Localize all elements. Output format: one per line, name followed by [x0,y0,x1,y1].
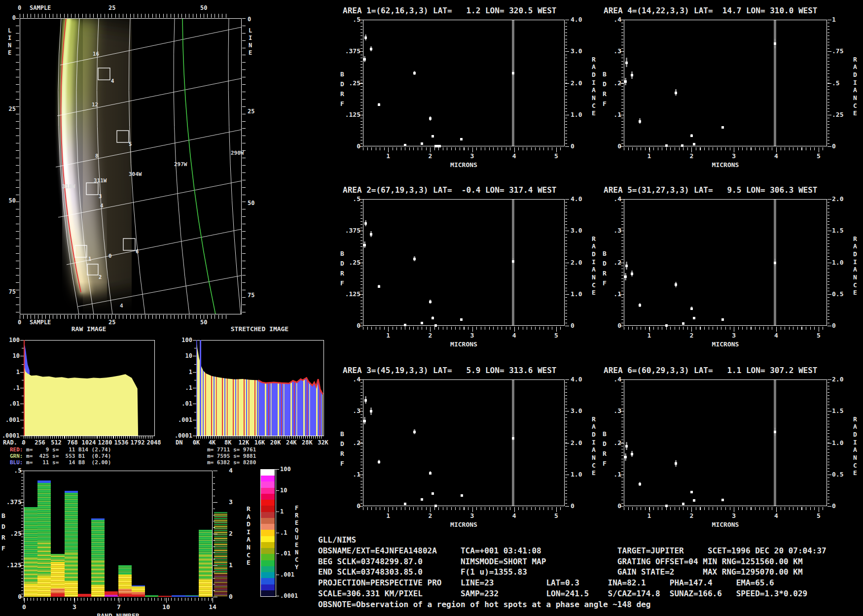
colorbar-tick [276,490,279,491]
x-tick-label: 2048 [145,440,163,446]
radiance-axis-label-letter: R [592,416,596,423]
x-tick-label: 1 [646,332,653,339]
y-major-tick [193,404,196,404]
map-area-number: 4 [111,78,114,84]
data-point [675,283,677,286]
y-tick-label: 0 [603,503,621,510]
r-major-tick [213,534,217,534]
stretched-histogram [196,340,324,436]
sample-tick-label: 0 [18,319,21,326]
map-grid-number: 12 [92,102,98,108]
y-tick-label: .5 [342,196,360,203]
r-major-tick [565,263,569,263]
r-tick-label: 0.5 [832,471,843,478]
area-plot-title: AREA 2=(67,19,3,3) LAT= -0.4 LON= 317.4 … [343,186,604,195]
observation-metadata-line: BEG SCLK=03748299.87.0 NIMSMODE=SHORT MA… [318,557,803,566]
radiance-axis-label-letter: E [853,289,857,296]
x-major-tick [472,147,473,152]
radiance-axis-label-letter: A [853,423,857,430]
x-tick-label: 10 [161,604,171,611]
data-point [432,492,434,495]
y-tick-label: .4 [603,16,621,23]
band-bar-segment [65,493,78,551]
y-tick-label: .375 [342,227,360,234]
radiance-axis-label-letter: E [592,110,596,117]
stats-values: m= 425 s= 553 B1 (0.74) [23,453,111,459]
data-point [624,456,627,458]
bdrf-axis-label-letter: B [603,431,607,438]
colorbar-label: .1 [280,530,287,536]
radiance-axis-label-letter: A [247,513,251,520]
bdrf-axis-label-letter: B [340,431,344,438]
bdrf-axis-label-letter: F [340,101,344,107]
r-tick-label: 0 [229,593,233,600]
radiance-axis-label-letter: A [592,64,596,70]
x-major-tick [734,327,734,332]
line-axis-label-letter: L [8,28,11,34]
sample-ticks-top [20,14,226,18]
colorbar-segment [261,536,275,543]
x-tick-label: 4 [510,332,518,339]
r-tick-label: 1 [229,562,233,569]
observation-metadata-line: PROJECTION=PERSPECTIVE PRO LINE=23 LAT=0… [318,579,774,587]
x-tick-label: 3 [468,153,476,160]
colorbar-tick [276,533,279,533]
bdrf-axis-label-letter: R [340,91,344,98]
data-point [421,142,423,145]
r-major-tick [565,83,569,84]
data-point [378,285,380,288]
reference-bar [774,380,776,506]
data-point [434,324,437,327]
x-tick-label: 0 [15,440,33,446]
x-major-tick [514,507,515,512]
stats-values: m= 9 s= 11 B14 (2.74) [23,446,111,453]
map-panel [0,0,301,328]
radiance-axis-label-letter: C [592,282,596,289]
x-tick-label: 3 [70,604,79,611]
band-bar-segment [118,594,132,597]
radiance-axis-label-letter: A [592,446,596,453]
bdrf-axis-label-letter: F [603,280,607,287]
x-tick-label: 4 [772,332,780,339]
colorbar-tick [276,553,279,554]
band-bar-segment [91,559,105,585]
x-tick-label: 3 [730,332,738,339]
data-point [675,92,677,94]
line-tick-label: 0 [4,15,16,21]
x-minor-ticks [624,147,827,150]
data-point [421,322,423,324]
data-point [774,431,776,433]
radiance-axis-label-letter: D [592,251,596,258]
r-major-tick [827,506,831,507]
scatter-frame [363,199,565,326]
bdrf-axis-label-letter: D [603,441,607,447]
y-major-tick [20,420,24,420]
radiance-axis-label-letter: N [853,274,857,281]
map-grid-number: 0 [108,253,112,259]
colorbar-segment [261,530,275,536]
x-major-tick [819,327,819,332]
band-bar-segment [24,507,37,556]
frequency-axis-label-letter: F [295,505,298,512]
data-point [429,301,432,303]
r-tick-label: 3 [229,499,233,506]
band-bar-segment [199,530,212,553]
r-major-tick [565,20,569,20]
y-major-tick [193,372,196,373]
band-bar [51,554,64,597]
radiance-axis-label-letter: R [853,416,857,423]
y-major-tick [20,436,24,436]
r-tick-label: 3.0 [571,227,582,234]
data-point [512,437,514,440]
stretched-stats-row: m= 7595 s= 9881 [207,453,256,459]
data-point [438,145,441,147]
r-tick-label: 0 [571,143,575,150]
colorbar-segment [261,512,275,518]
rgb-stats-row: RED: m= 9 s= 11 B14 (2.74) [10,447,111,453]
bdrf-axis-label-letter: R [340,270,344,277]
y-major-tick [193,436,196,436]
x-tick-label: 2 [426,332,434,339]
r-major-tick [827,115,831,115]
histogram-shape [196,341,258,436]
r-major-tick [213,502,217,503]
